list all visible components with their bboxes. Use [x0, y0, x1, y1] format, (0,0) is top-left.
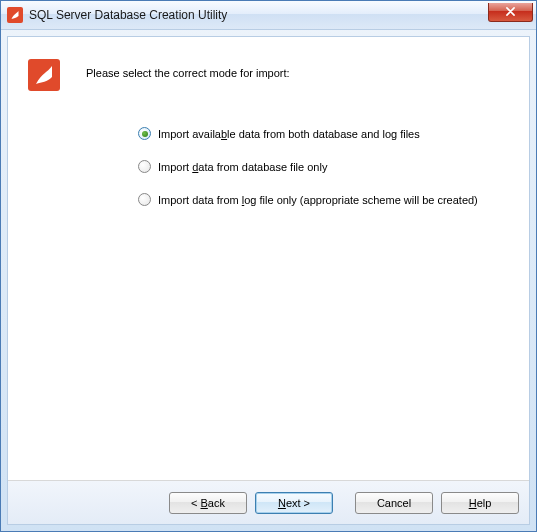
- radio-label: Import available data from both database…: [158, 128, 420, 140]
- import-mode-options: Import available data from both database…: [138, 127, 509, 206]
- close-icon: [505, 7, 516, 16]
- radio-icon: [138, 193, 151, 206]
- radio-label: Import data from log file only (appropri…: [158, 194, 478, 206]
- titlebar: SQL Server Database Creation Utility: [1, 1, 536, 30]
- radio-label: Import data from database file only: [158, 161, 327, 173]
- radio-import-log-only[interactable]: Import data from log file only (appropri…: [138, 193, 509, 206]
- app-icon-small: [7, 7, 23, 23]
- radio-import-database-only[interactable]: Import data from database file only: [138, 160, 509, 173]
- window-title: SQL Server Database Creation Utility: [29, 8, 488, 22]
- radio-icon: [138, 127, 151, 140]
- close-button[interactable]: [488, 3, 533, 22]
- app-icon: [28, 59, 60, 91]
- dialog-body: Please select the correct mode for impor…: [8, 37, 529, 480]
- dialog-window: SQL Server Database Creation Utility Ple…: [0, 0, 537, 532]
- back-button[interactable]: < Back: [169, 492, 247, 514]
- content-panel: Please select the correct mode for impor…: [7, 36, 530, 525]
- prompt-text: Please select the correct mode for impor…: [86, 67, 509, 79]
- help-button[interactable]: Help: [441, 492, 519, 514]
- cancel-button[interactable]: Cancel: [355, 492, 433, 514]
- radio-import-both[interactable]: Import available data from both database…: [138, 127, 509, 140]
- next-button[interactable]: Next >: [255, 492, 333, 514]
- radio-icon: [138, 160, 151, 173]
- button-bar: < Back Next > Cancel Help: [8, 480, 529, 524]
